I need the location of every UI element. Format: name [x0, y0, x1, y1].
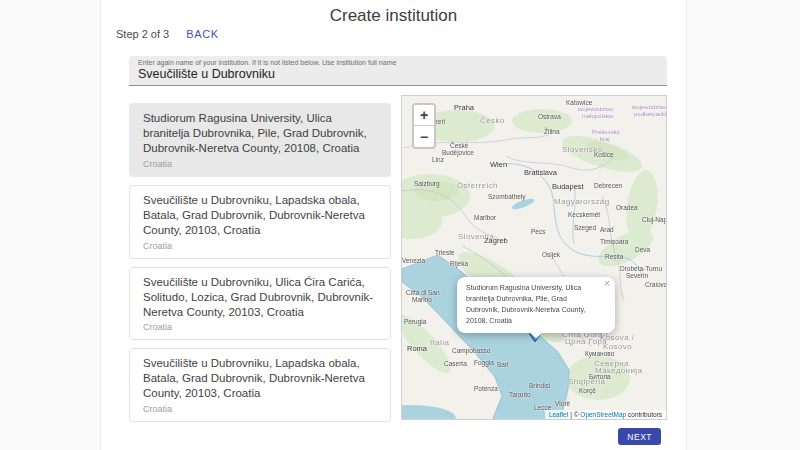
map-zoom-control: + −: [412, 103, 436, 149]
zoom-in-button[interactable]: +: [414, 105, 434, 126]
result-list-item[interactable]: Sveučilište u Dubrovniku, Ulica Ćira Car…: [129, 267, 391, 341]
page: Create institution Step 2 of 3 BACK Ente…: [0, 0, 800, 450]
stepper: Step 2 of 3 BACK: [116, 28, 219, 40]
result-list-item[interactable]: Sveučilište u Dubrovniku, Lapadska obala…: [129, 185, 391, 259]
back-link[interactable]: BACK: [186, 28, 218, 40]
results-list: Studiorum Ragusina University, Ulica bra…: [129, 95, 391, 430]
map[interactable]: PrahaKatowiceOstravaPlzeňČeskowojewództw…: [401, 95, 667, 420]
result-item-address: Sveučilište u Dubrovniku, Ulica Ćira Car…: [143, 275, 377, 320]
institution-name-label: Enter again name of your institution. If…: [138, 59, 658, 66]
leaflet-link[interactable]: Leaflet: [549, 411, 569, 418]
result-list-item[interactable]: Studiorum Ragusina University, Ulica bra…: [129, 103, 391, 177]
osm-link[interactable]: OpenStreetMap: [580, 411, 626, 418]
institution-name-input[interactable]: [138, 67, 658, 81]
result-item-country: Croatia: [143, 404, 377, 414]
result-item-country: Croatia: [143, 241, 377, 251]
attribution-separator: | ©: [568, 411, 580, 418]
zoom-out-button[interactable]: −: [414, 126, 434, 147]
popup-close-icon[interactable]: ×: [604, 279, 610, 289]
page-title: Create institution: [101, 6, 686, 26]
institution-name-field[interactable]: Enter again name of your institution. If…: [129, 56, 667, 86]
result-item-address: Sveučilište u Dubrovniku, Lapadska obala…: [143, 193, 377, 238]
result-item-country: Croatia: [143, 159, 377, 169]
map-popup-text: Studiorum Ragusina University, Ulica bra…: [466, 283, 600, 326]
result-list-item[interactable]: Sveučilište u Dubrovniku, Lapadska obala…: [129, 348, 391, 422]
result-item-address: Sveučilište u Dubrovniku, Lapadska obala…: [143, 356, 377, 401]
step-label: Step 2 of 3: [116, 28, 169, 40]
result-item-country: Croatia: [143, 322, 377, 332]
map-attribution: Leaflet | © OpenStreetMap contributors: [545, 410, 666, 419]
map-popup: Studiorum Ragusina University, Ulica bra…: [457, 277, 615, 333]
next-button[interactable]: NEXT: [618, 428, 661, 445]
map-base-svg: [402, 96, 667, 420]
result-item-address: Studiorum Ragusina University, Ulica bra…: [143, 111, 377, 156]
attribution-suffix: contributors: [626, 411, 662, 418]
content-card: Create institution Step 2 of 3 BACK Ente…: [100, 0, 687, 450]
